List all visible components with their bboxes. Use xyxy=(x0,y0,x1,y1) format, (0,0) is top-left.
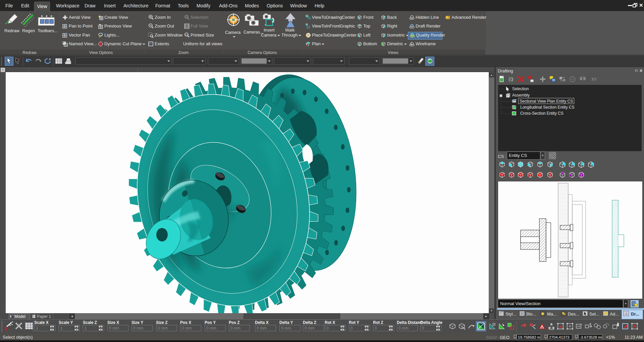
svg-text:XY: XY xyxy=(591,77,597,82)
svg-text:T: T xyxy=(306,43,308,46)
svg-text:{ }: { } xyxy=(508,76,513,82)
svg-text:z: z xyxy=(576,337,577,339)
svg-text:y: y xyxy=(545,337,546,339)
svg-text:1:1: 1:1 xyxy=(185,34,188,36)
svg-text:x: x xyxy=(514,337,516,339)
